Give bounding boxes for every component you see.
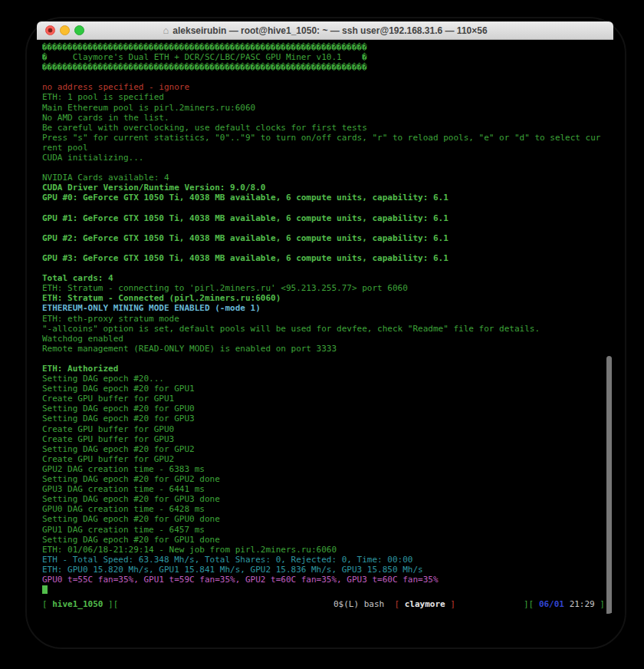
terminal-line: GPU0 DAG creation time - 6428 ms — [42, 504, 613, 514]
terminal-line: Setting DAG epoch #20 for GPU2 done — [42, 474, 613, 484]
terminal-line: Create GPU buffer for GPU0 — [42, 424, 613, 434]
terminal-screen[interactable]: ����������������������������������������… — [37, 40, 613, 614]
terminal-line: GPU2 DAG creation time - 6383 ms — [42, 464, 613, 474]
terminal-line: ETH - Total Speed: 63.348 Mh/s, Total Sh… — [42, 555, 613, 565]
terminal-line: Setting DAG epoch #20 for GPU0 done — [42, 514, 613, 524]
terminal-line — [42, 72, 613, 82]
terminal-line: ETHEREUM-ONLY MINING MODE ENABLED (-mode… — [42, 303, 613, 313]
terminal-line — [42, 585, 613, 595]
terminal-line — [42, 263, 613, 273]
terminal-line: Create GPU buffer for GPU1 — [42, 394, 613, 404]
cursor — [42, 585, 48, 594]
statusbar-segment: ][ — [103, 599, 118, 609]
terminal-window: ⌂ alekseirubin — root@hive1_1050: ~ — ss… — [37, 21, 613, 614]
statusbar-segment: ] — [595, 599, 605, 609]
minimize-button[interactable] — [60, 25, 70, 35]
terminal-line: ETH: 01/06/18-21:29:14 - New job from pi… — [42, 545, 613, 555]
terminal-line: rent pool — [42, 143, 613, 153]
terminal-line: Be careful with overclocking, use defaul… — [42, 123, 613, 133]
terminal-line: Remote management (READ-ONLY MODE) is en… — [42, 344, 613, 354]
statusbar-left: [ hive1_1050 ][ — [42, 599, 118, 610]
terminal-line: Setting DAG epoch #20 for GPU1 done — [42, 535, 613, 545]
terminal-line — [42, 203, 613, 213]
statusbar-segment: 21:29 — [570, 599, 595, 609]
statusbar-segment: [ — [42, 599, 52, 609]
close-button[interactable] — [45, 25, 55, 35]
statusbar-segment: ] — [450, 599, 455, 609]
terminal-line: ETH: 1 pool is specified — [42, 92, 613, 102]
terminal-line: Watchdog enabled — [42, 334, 613, 344]
terminal-line: no address specified - ignore — [42, 82, 613, 92]
terminal-line: Setting DAG epoch #20 for GPU3 — [42, 414, 613, 423]
terminal-line: GPU #2: GeForce GTX 1050 Ti, 4038 MB ava… — [42, 233, 613, 243]
statusbar-segment — [384, 599, 394, 609]
terminal-line: ETH: GPU0 15.820 Mh/s, GPU1 15.841 Mh/s,… — [42, 565, 613, 575]
terminal-line: "-allcoins" option is set, default pools… — [42, 324, 613, 334]
statusbar-segment: 0$(L) bash — [334, 599, 384, 609]
statusbar-segment: 06/01 — [539, 599, 564, 609]
terminal-line: GPU #3: GeForce GTX 1050 Ti, 4038 MB ava… — [42, 253, 613, 263]
terminal-line: Setting DAG epoch #20... — [42, 374, 613, 384]
statusbar-segment: hive1_1050 — [52, 599, 103, 609]
home-icon: ⌂ — [163, 25, 169, 35]
terminal-line: No AMD cards in the list. — [42, 113, 613, 123]
traffic-lights — [45, 25, 84, 35]
terminal-line: Create GPU buffer for GPU2 — [42, 454, 613, 464]
terminal-line: CUDA Driver Version/Runtime Version: 9.0… — [42, 183, 613, 193]
terminal-line: Setting DAG epoch #20 for GPU1 — [42, 384, 613, 394]
terminal-line: Setting DAG epoch #20 for GPU3 done — [42, 494, 613, 504]
terminal-line — [42, 163, 613, 173]
scrollbar-thumb[interactable] — [606, 356, 612, 614]
statusbar-segment — [564, 599, 570, 609]
terminal-line — [42, 354, 613, 364]
terminal-lines: ����������������������������������������… — [42, 42, 613, 595]
terminal-line: Press "s" for current statistics, "0".."… — [42, 133, 613, 143]
statusbar-segment: claymore — [399, 599, 450, 609]
window-title-wrap: ⌂ alekseirubin — root@hive1_1050: ~ — ss… — [163, 25, 487, 36]
terminal-line — [42, 243, 613, 253]
terminal-line: Setting DAG epoch #20 for GPU2 — [42, 444, 613, 454]
terminal-line: ETH: Stratum - Connected (pirl.2miners.r… — [42, 293, 613, 303]
terminal-line — [42, 223, 613, 233]
terminal-line: ����������������������������������������… — [42, 62, 613, 72]
terminal-line: GPU1 DAG creation time - 6457 ms — [42, 525, 613, 535]
statusbar-center: 0$(L) bash [ claymore ] — [334, 599, 455, 610]
status-bar: [ hive1_1050 ][ 0$(L) bash [ claymore ] … — [42, 599, 608, 610]
terminal-line: Setting DAG epoch #20 for GPU0 — [42, 404, 613, 414]
terminal-line: CUDA initializing... — [42, 153, 613, 163]
terminal-line: Total cards: 4 — [42, 273, 613, 283]
terminal-line: ����������������������������������������… — [42, 42, 613, 52]
terminal-line: ETH: Authorized — [42, 364, 613, 374]
statusbar-right: ][ 06/01 21:29 ] — [524, 599, 605, 610]
terminal-line: GPU0 t=55C fan=35%, GPU1 t=59C fan=35%, … — [42, 575, 613, 585]
statusbar-segment: ][ — [524, 599, 539, 609]
terminal-line: � Claymore's Dual ETH + DCR/SC/LBC/PASC … — [42, 52, 613, 62]
zoom-button[interactable] — [74, 25, 84, 35]
terminal-line: GPU3 DAG creation time - 6441 ms — [42, 484, 613, 494]
terminal-line: ETH: Stratum - connecting to 'pirl.2mine… — [42, 283, 613, 293]
terminal-line: Main Ethereum pool is pirl.2miners.ru:60… — [42, 103, 613, 113]
terminal-line: GPU #0: GeForce GTX 1050 Ti, 4038 MB ava… — [42, 193, 613, 203]
terminal-line: ETH: eth-proxy stratum mode — [42, 314, 613, 324]
terminal-line: Create GPU buffer for GPU3 — [42, 434, 613, 444]
terminal-line: NVIDIA Cards available: 4 — [42, 173, 613, 183]
terminal-line: GPU #1: GeForce GTX 1050 Ti, 4038 MB ava… — [42, 213, 613, 223]
window-title: alekseirubin — root@hive1_1050: ~ — ssh … — [172, 25, 487, 36]
title-bar[interactable]: ⌂ alekseirubin — root@hive1_1050: ~ — ss… — [37, 21, 613, 40]
